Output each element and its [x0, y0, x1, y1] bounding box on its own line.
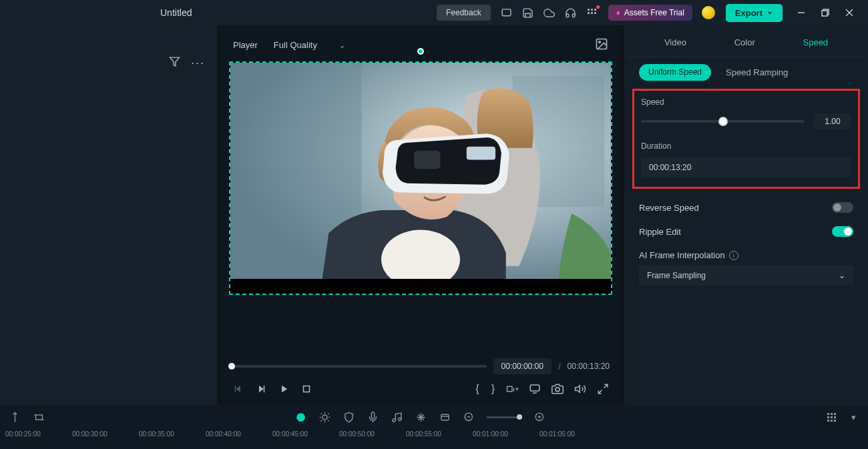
- current-time: 00:00:00:00: [493, 358, 552, 374]
- subtab-uniform-speed[interactable]: Uniform Speed: [639, 64, 711, 81]
- timeline-effects-icon[interactable]: [318, 410, 331, 424]
- time-tick: 00:01:00:00: [473, 430, 539, 448]
- zoom-slider[interactable]: [486, 416, 522, 418]
- quality-select[interactable]: Full Quality ⌄: [268, 37, 351, 53]
- zoom-out-icon[interactable]: [462, 410, 475, 424]
- speed-subtabs: Uniform Speed Speed Ramping: [627, 57, 865, 86]
- cloud-icon[interactable]: [541, 4, 558, 21]
- svg-point-25: [556, 388, 560, 392]
- play-icon[interactable]: [277, 382, 290, 396]
- feedback-button[interactable]: Feedback: [437, 5, 491, 21]
- snapshot-icon[interactable]: [551, 382, 564, 396]
- crop-ratio-icon[interactable]: ▾: [505, 382, 519, 396]
- next-frame-icon[interactable]: [254, 382, 268, 396]
- time-tick: 00:00:55:00: [406, 430, 473, 448]
- svg-line-39: [328, 420, 329, 421]
- timeline-ai-icon[interactable]: [294, 410, 307, 424]
- svg-rect-48: [441, 414, 448, 420]
- ai-frame-select[interactable]: Frame Sampling ⌄: [639, 266, 853, 286]
- maximize-button[interactable]: [813, 3, 837, 22]
- svg-rect-18: [467, 147, 495, 160]
- save-icon[interactable]: [519, 4, 537, 21]
- filter-icon[interactable]: [169, 56, 180, 69]
- time-separator: /: [558, 362, 561, 372]
- timeline-mic-icon[interactable]: [366, 410, 379, 424]
- subtab-speed-ramping[interactable]: Speed Ramping: [723, 64, 791, 81]
- time-tick: 00:00:25:00: [5, 430, 72, 448]
- preview-frame-image: [230, 63, 611, 279]
- player-panel: Player Full Quality ⌄: [222, 25, 619, 405]
- ai-frame-row: AI Frame Interpolation i: [627, 244, 865, 263]
- quality-value: Full Quality: [274, 40, 317, 50]
- svg-rect-5: [591, 12, 593, 14]
- video-preview[interactable]: [229, 61, 612, 295]
- tab-video[interactable]: Video: [658, 35, 693, 50]
- mark-out-icon[interactable]: }: [490, 383, 496, 395]
- ripple-edit-row: Ripple Edit: [627, 219, 865, 244]
- timeline-shield-icon[interactable]: [342, 410, 355, 424]
- tab-speed[interactable]: Speed: [797, 35, 835, 50]
- ai-frame-label: AI Frame Interpolation i: [639, 250, 738, 260]
- speed-value[interactable]: 1.00: [814, 113, 851, 129]
- display-icon[interactable]: [528, 382, 541, 396]
- playback-scrubber[interactable]: [232, 365, 487, 368]
- account-avatar-icon[interactable]: [702, 6, 715, 19]
- svg-line-41: [320, 420, 321, 421]
- svg-rect-2: [591, 9, 593, 11]
- zoom-in-icon[interactable]: [533, 410, 546, 424]
- titlebar: Untitled Feedback ♦ Assets Free Trial Ex…: [0, 0, 868, 25]
- svg-point-43: [398, 418, 401, 420]
- tab-color[interactable]: Color: [728, 35, 762, 50]
- timeline-menu-icon[interactable]: ▾: [847, 410, 860, 424]
- svg-line-27: [604, 384, 608, 388]
- main-area: ··· Player Full Quality ⌄: [0, 25, 868, 405]
- close-button[interactable]: [837, 3, 861, 22]
- playhead-marker-icon[interactable]: [417, 48, 424, 55]
- project-title: Untitled: [160, 7, 192, 18]
- timeline-ruler[interactable]: 00:00:25:00 00:00:30:00 00:00:35:00 00:0…: [0, 429, 868, 449]
- timeline-crop-icon[interactable]: [32, 410, 45, 424]
- svg-point-13: [599, 41, 601, 43]
- media-panel: ···: [0, 25, 217, 405]
- time-tick: 00:00:40:00: [206, 430, 272, 448]
- ripple-edit-toggle[interactable]: [832, 226, 853, 237]
- prev-frame-icon[interactable]: [232, 382, 245, 396]
- headphones-icon[interactable]: [562, 4, 580, 21]
- more-options-icon[interactable]: ···: [191, 56, 205, 70]
- apps-icon[interactable]: [584, 4, 601, 21]
- reverse-speed-toggle[interactable]: [832, 202, 853, 213]
- duration-input[interactable]: 00:00:13:20: [641, 157, 851, 177]
- export-button[interactable]: Export: [726, 4, 783, 22]
- chevron-down-icon: [767, 9, 773, 16]
- assets-trial-button[interactable]: ♦ Assets Free Trial: [608, 5, 692, 21]
- stop-icon[interactable]: [300, 382, 313, 396]
- speed-label: Speed: [641, 97, 851, 107]
- svg-rect-21: [507, 386, 513, 392]
- svg-line-40: [328, 413, 329, 414]
- reverse-speed-label: Reverse Speed: [639, 203, 699, 213]
- svg-rect-23: [530, 385, 539, 391]
- timeline-sparkle-icon[interactable]: [414, 410, 427, 424]
- svg-point-33: [322, 414, 327, 419]
- svg-point-42: [393, 418, 395, 421]
- snapshot-settings-icon[interactable]: [595, 37, 608, 53]
- reverse-speed-row: Reverse Speed: [627, 195, 865, 219]
- layout-icon[interactable]: [498, 4, 515, 21]
- timeline-music-icon[interactable]: [390, 410, 403, 424]
- info-icon[interactable]: i: [729, 251, 738, 260]
- fullscreen-icon[interactable]: [596, 382, 610, 396]
- export-label: Export: [735, 8, 763, 18]
- minimize-button[interactable]: [789, 3, 813, 22]
- volume-icon[interactable]: [574, 382, 587, 396]
- time-tick: 00:01:05:00: [539, 430, 606, 448]
- timeline-toolbar: ▾: [0, 405, 868, 429]
- svg-rect-6: [594, 12, 596, 14]
- time-tick: 00:00:50:00: [339, 430, 406, 448]
- speed-slider[interactable]: [641, 120, 805, 123]
- timeline-frame-icon[interactable]: [438, 410, 451, 424]
- media-panel-tools: ···: [0, 52, 217, 73]
- timeline-cursor-icon[interactable]: [8, 410, 21, 424]
- mark-in-icon[interactable]: {: [474, 383, 480, 395]
- scrubber-row: 00:00:00:00 / 00:00:13:20: [229, 354, 612, 378]
- timeline-view-icon[interactable]: [827, 413, 836, 422]
